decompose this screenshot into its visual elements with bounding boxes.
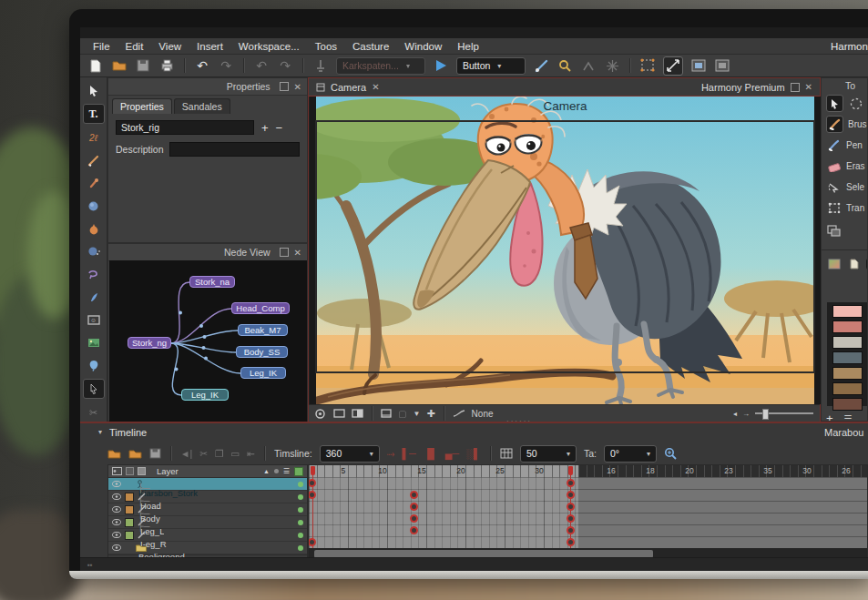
opengl-view-icon[interactable] [333,409,345,418]
grid-toggle-icon[interactable] [126,467,134,475]
playhead-pin[interactable] [311,466,315,475]
keyframe-dot[interactable] [410,503,418,511]
brush-tool-icon[interactable] [533,57,549,74]
undo-icon[interactable]: ↶ [194,57,210,74]
remove-button[interactable]: − [276,121,283,135]
keyframe-dot[interactable] [308,479,316,487]
eraser-icon[interactable] [826,158,842,174]
lasso-icon[interactable] [84,265,104,283]
tool-transform-label[interactable]: Tran [846,203,864,213]
render-view-icon[interactable] [315,409,327,419]
menu-help[interactable]: Help [457,41,479,52]
keyframe-dot[interactable] [308,538,316,546]
show-all-icon[interactable] [112,467,122,475]
view-menu-icon[interactable] [316,83,325,92]
description-input[interactable] [169,142,300,157]
zoom-in-icon[interactable]: → [742,410,750,418]
frame-count-combo[interactable]: 50▾ [520,445,577,463]
menu-workspace[interactable]: Workspace... [239,41,300,52]
grid-disabled-icon[interactable] [604,57,620,74]
menu-window[interactable]: Window [404,41,442,52]
select-arrow-icon[interactable] [826,95,843,112]
layer-color-chip[interactable] [125,505,134,514]
float-panel-icon[interactable] [280,82,289,91]
graph-node-6[interactable]: Leg_IK [181,389,229,401]
pencil-icon[interactable] [826,137,842,153]
close-icon[interactable]: ✕ [294,248,301,258]
add-drawing-layer-icon[interactable] [128,448,142,459]
keyframe-dot[interactable] [410,514,418,523]
keyframe-dot[interactable] [567,503,575,511]
keyframe-motion-icon[interactable]: ▄─ [445,448,460,459]
camera-viewport[interactable]: Camera [309,97,822,404]
redo-alt-icon[interactable]: ↷ [277,57,293,74]
open-folder-icon[interactable] [111,57,128,74]
paint-bucket-icon[interactable] [84,219,104,238]
pan-icon[interactable]: ✚ [426,408,434,420]
collapse-arrow-icon[interactable]: ▾ [98,428,102,436]
keyframe-hold-icon[interactable]: ▌─ [403,448,417,459]
layer-color-chip[interactable] [125,493,134,502]
tab-sandales[interactable]: Sandales [174,98,230,114]
timeline-tracks[interactable]: 51015202530 16182023353026 [308,464,868,559]
frame-icon[interactable]: ⊙ [84,310,104,329]
collapse-icon[interactable]: ⇤ [247,448,255,459]
copy-palette-icon[interactable] [846,257,862,272]
dropper-icon[interactable] [84,174,104,192]
workspace-dropdown[interactable]: Karkspaten...▾ [336,57,425,75]
select-arrow-icon[interactable] [84,81,104,99]
brush-icon[interactable] [826,116,843,133]
sort-up-icon[interactable]: ▲ [263,468,270,474]
go-start-icon[interactable]: ◄| [180,448,192,459]
layer-color-chip[interactable] [125,531,134,540]
transform-disabled-icon[interactable] [580,57,597,74]
save-icon[interactable] [149,448,161,459]
undo-alt-icon[interactable]: ↶ [253,57,270,74]
keyframe-dot[interactable] [567,479,575,487]
close-tab-icon[interactable]: ✕ [372,82,379,92]
timeline-combo[interactable]: 360▾ [320,445,380,463]
redo-icon[interactable]: ↷ [218,57,234,74]
mode-dropdown[interactable]: Button▾ [456,57,526,75]
menu-insert[interactable]: Insert [197,41,223,52]
dashed-select-icon[interactable] [848,96,863,111]
keyframe-dot[interactable] [567,514,575,523]
cut-icon[interactable]: ✂ [199,448,208,459]
float-panel-icon[interactable] [280,248,289,257]
scissors-icon[interactable]: ✂ [84,403,104,422]
layer-row-Beoligroond[interactable]: Beoligroond [108,542,307,554]
menu-file[interactable]: File [93,41,110,52]
add-button[interactable]: + [261,121,269,135]
tab-camera[interactable]: Camera [331,82,366,93]
select-keyframe-icon[interactable] [639,57,656,74]
text-tool-icon[interactable]: T. [83,104,105,124]
menu-view[interactable]: View [158,41,181,52]
print-icon[interactable] [158,57,175,74]
open-folder-icon[interactable] [107,448,121,459]
graph-node-1[interactable]: Stork_na [189,276,235,288]
node-name-input[interactable]: Stork_rig [116,120,254,135]
keyframe-dot[interactable] [410,491,418,499]
paste-icon[interactable]: ▭ [230,448,240,459]
copy-icon[interactable]: ❐ [215,448,223,459]
playhead-pin[interactable] [568,466,573,475]
visibility-eye-icon[interactable] [112,493,121,500]
close-icon[interactable]: ✕ [294,82,301,92]
color-swatch-3[interactable] [832,351,863,364]
graph-node-3[interactable]: Beak_M7 [238,324,288,336]
list-options-icon[interactable]: ☰ [283,467,290,475]
ellipse-tool-icon[interactable] [84,197,104,215]
menu-capture[interactable]: Casture [352,41,389,52]
panel-view2-icon[interactable] [714,57,730,74]
quill-icon[interactable] [84,288,104,306]
brush-icon[interactable] [84,151,104,169]
visibility-eye-icon[interactable] [112,481,121,487]
zoom-slider-knob[interactable] [762,409,769,420]
zorder-icon[interactable]: 2ℓ [84,128,104,147]
palette-list-icon[interactable]: ☰ [844,413,853,422]
sound-sync-icon[interactable] [312,57,329,74]
add-layer-icon[interactable] [294,467,303,476]
graph-node-5[interactable]: Leg_IK [240,367,286,379]
color-swatch-2[interactable] [832,336,863,349]
zoom-tool-icon[interactable] [557,57,573,74]
